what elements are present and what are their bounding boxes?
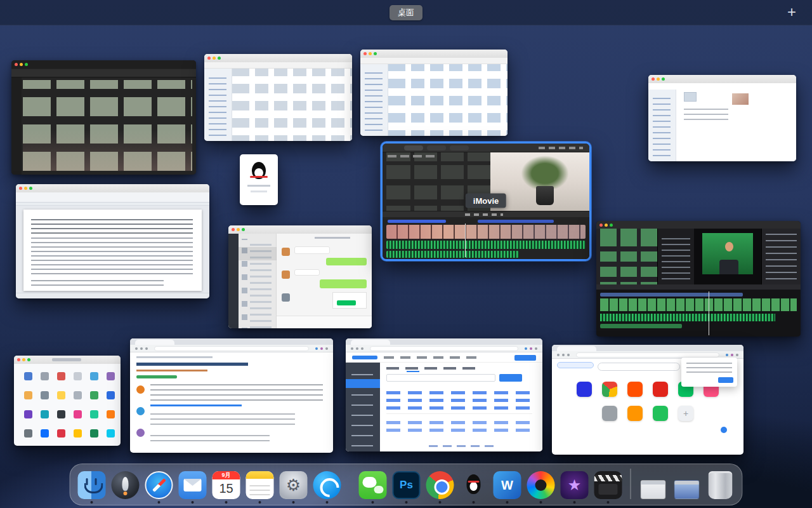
traffic-lights-icon: [19, 187, 22, 190]
link-grid: [386, 388, 532, 410]
mail-icon: [179, 471, 207, 499]
window-wechat[interactable]: [228, 225, 372, 328]
tile-add[interactable]: +: [678, 406, 693, 421]
dock-photoshop[interactable]: Ps: [393, 471, 421, 499]
minimized-window-icon: [641, 480, 666, 499]
dock-mail[interactable]: [179, 471, 207, 499]
dock-system-preferences[interactable]: ⚙: [280, 471, 308, 499]
dock-trash[interactable]: [707, 471, 735, 499]
sidebar: [360, 64, 388, 136]
url-bar: [154, 346, 309, 351]
dock-wechat[interactable]: [359, 471, 387, 499]
extension-icons: [736, 354, 738, 356]
message-bubble: [294, 269, 320, 276]
tile-taobao[interactable]: [627, 382, 643, 397]
minimized-window-icon: [674, 480, 700, 499]
search-button: [499, 374, 522, 382]
popup-button[interactable]: [718, 377, 733, 383]
add-tile-label: +: [683, 408, 688, 418]
dock-minimized-window-1[interactable]: [639, 471, 667, 499]
dock-final-cut-pro[interactable]: [594, 471, 622, 499]
dock-qq-browser[interactable]: [313, 471, 341, 499]
traffic-lights-icon: [15, 63, 18, 66]
titlebar: [228, 225, 372, 234]
content-tabs: [386, 367, 481, 370]
tile-apple[interactable]: [602, 406, 617, 421]
notes-icon: [246, 471, 274, 499]
window-tooltip: iMovie: [466, 194, 506, 208]
trash-icon: [709, 471, 733, 499]
person-face: [725, 242, 733, 251]
file-icon: [684, 92, 697, 102]
dock-safari[interactable]: [145, 471, 173, 499]
window-photo-manager[interactable]: [11, 60, 196, 175]
wechat-icon: [359, 471, 387, 499]
window-finder-1[interactable]: [204, 54, 352, 141]
notification-popup: [681, 358, 737, 387]
divider: [386, 413, 532, 414]
window-forum-browser[interactable]: [130, 338, 333, 453]
file-text: [684, 106, 728, 120]
audio-waveform: [386, 251, 519, 258]
window-finder-2[interactable]: [360, 50, 508, 136]
tile-wechat[interactable]: [653, 406, 668, 421]
sidebar-items: [365, 69, 383, 131]
dock-chrome[interactable]: [426, 471, 454, 499]
tile-jd[interactable]: [653, 382, 668, 397]
dock-qq[interactable]: [460, 471, 488, 499]
dock-launchpad[interactable]: [112, 471, 140, 499]
dock-color-wheel[interactable]: [527, 471, 555, 499]
avatar: [282, 248, 290, 256]
mission-control: 桌面 +: [0, 0, 812, 508]
color-wheel-icon: [527, 471, 555, 499]
window-final-cut-pro[interactable]: [596, 221, 801, 337]
timeline-toolbar: [596, 284, 801, 290]
dock-word[interactable]: W: [494, 471, 521, 499]
tile-baidu[interactable]: [577, 382, 592, 397]
sidebar-items: [209, 74, 226, 136]
content-pane: [380, 363, 542, 451]
post-text: [150, 431, 270, 441]
traffic-lights-icon: [599, 224, 603, 227]
toolbar: [383, 144, 589, 152]
window-qq-login[interactable]: [240, 154, 278, 205]
traffic-lights-icon: [363, 52, 367, 55]
dock-minimized-window-2[interactable]: [673, 471, 701, 499]
window-finder-3[interactable]: [648, 75, 796, 161]
ruler: [16, 203, 209, 206]
tag-badge: [136, 375, 177, 378]
inspector-rows: [766, 234, 797, 279]
qq-scarf-icon: [468, 481, 480, 483]
tab-pills: [404, 145, 423, 150]
active-sidebar-item: [346, 379, 380, 388]
window-applications-folder[interactable]: [14, 356, 121, 446]
dock-calendar[interactable]: 9月 15: [213, 471, 240, 499]
browser-tab: [557, 346, 596, 351]
sidebar: [11, 77, 22, 175]
dock-imovie[interactable]: ★: [561, 471, 589, 499]
viewer: [694, 229, 761, 284]
clip-bar: [600, 293, 743, 297]
link-grid: [386, 418, 532, 432]
add-space-button[interactable]: +: [783, 3, 801, 21]
space-label: 桌面: [398, 7, 414, 18]
window-webmaster-tools-browser[interactable]: [346, 338, 542, 451]
window-hao123-browser[interactable]: +: [552, 345, 743, 455]
tile-mail[interactable]: [627, 406, 643, 421]
window-word-document[interactable]: [16, 184, 209, 298]
toolbar: [204, 62, 352, 69]
browser-chrome: [346, 338, 542, 352]
timeline: [596, 290, 801, 337]
traffic-lights-icon: [17, 358, 20, 361]
paragraph: [31, 236, 193, 274]
dock-notes[interactable]: [246, 471, 274, 499]
extension-icons: [325, 347, 328, 350]
browser-tab: [135, 340, 174, 345]
word-label: W: [501, 478, 513, 493]
file-grid: [232, 69, 352, 141]
tile-chrome[interactable]: [602, 382, 617, 397]
dock-finder[interactable]: [78, 471, 106, 499]
breadcrumb: [136, 356, 213, 358]
message-bubble: [320, 279, 367, 288]
space-desktop[interactable]: 桌面: [390, 5, 422, 20]
